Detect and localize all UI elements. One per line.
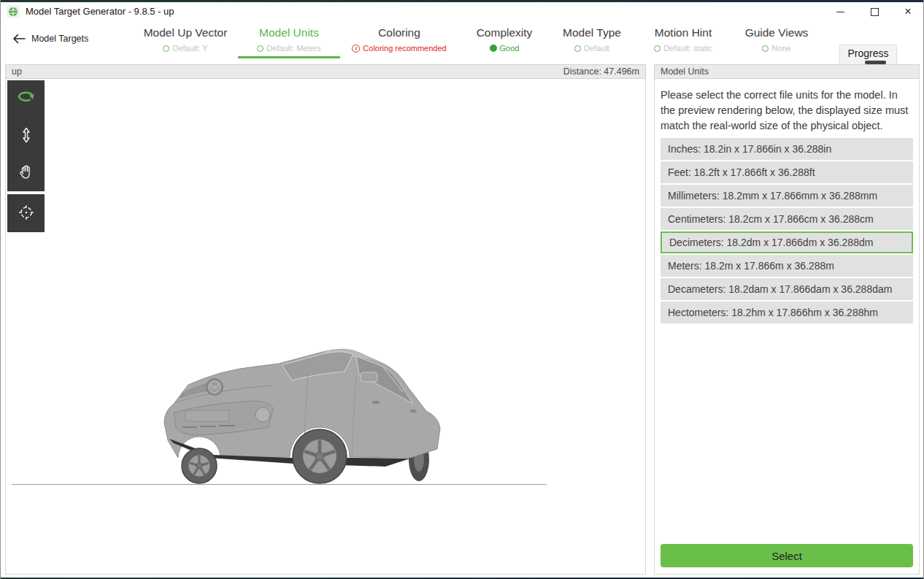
radio-circle-icon	[163, 45, 169, 52]
tab-status-text: Coloring recommended	[363, 44, 446, 53]
distance-label: Distance: 47.496m	[563, 66, 639, 77]
unit-option-meters[interactable]: Meters: 18.2m x 17.866m x 36.288m	[661, 255, 913, 277]
tab-model-up-vector[interactable]: Model Up VectorDefault: Y	[131, 23, 240, 58]
viewport-title: up	[12, 66, 22, 77]
radio-circle-icon	[654, 45, 661, 52]
nav-tabs: Model Up VectorDefault: YModel UnitsDefa…	[1, 21, 923, 58]
radio-circle-icon	[574, 45, 581, 52]
unit-option-decimeters[interactable]: Decimeters: 18.2dm x 17.866dm x 36.288dm	[661, 231, 913, 253]
minimize-icon	[836, 12, 844, 12]
tab-status-text: Default: Y	[172, 44, 207, 53]
radio-circle-icon	[257, 45, 263, 52]
unit-option-feet[interactable]: Feet: 18.2ft x 17.866ft x 36.288ft	[661, 161, 913, 183]
unit-option-millimeters[interactable]: Millimeters: 18.2mm x 17.866mm x 36.288m…	[661, 185, 913, 207]
tab-status: Default: Meters	[234, 44, 344, 53]
close-button[interactable]: ×	[897, 2, 919, 21]
tab-status: None	[722, 44, 831, 53]
window-title: Model Target Generator - 9.8.5 - up	[26, 2, 174, 21]
unit-option-hectometers[interactable]: Hectometers: 18.2hm x 17.866hm x 36.288h…	[661, 302, 913, 323]
pan-icon	[17, 163, 35, 183]
app-window: Model Target Generator - 9.8.5 - up × Mo…	[0, 0, 924, 579]
progress-label: Progress	[840, 47, 896, 59]
panel-title: Model Units	[661, 66, 709, 77]
rotate-tool-button[interactable]	[7, 80, 45, 118]
rotate-icon	[16, 88, 36, 110]
viewport-header: up Distance: 47.496m	[5, 64, 646, 79]
close-icon: ×	[904, 6, 911, 18]
pan-tool-button[interactable]	[7, 154, 45, 191]
radio-circle-icon	[762, 45, 769, 52]
car-model-illustration	[162, 347, 441, 486]
focus-icon	[17, 203, 36, 224]
tab-status-text: None	[771, 44, 790, 53]
zoom-vertical-icon	[18, 126, 35, 146]
model-canvas[interactable]	[5, 79, 646, 575]
select-button[interactable]: Select	[661, 544, 913, 567]
unit-option-centimeters[interactable]: Centimeters: 18.2cm x 17.866cm x 36.288c…	[661, 208, 913, 230]
tab-status: Default: Y	[131, 44, 240, 53]
tab-guide-views[interactable]: Guide ViewsNone	[722, 23, 831, 58]
title-bar[interactable]: Model Target Generator - 9.8.5 - up ×	[1, 2, 923, 21]
tab-label: Model Units	[234, 26, 344, 39]
focus-tool-button[interactable]	[7, 194, 45, 232]
tab-status: iColoring recommended	[344, 44, 454, 53]
nav-bar: Model Targets Model Up VectorDefault: YM…	[1, 21, 923, 58]
tab-status-text: Good	[500, 44, 520, 53]
maximize-icon	[871, 8, 879, 16]
viewport-toolbar-group-2	[7, 194, 45, 232]
panel-header: Model Units	[654, 64, 920, 79]
info-icon: i	[352, 45, 360, 53]
viewport-toolbar-group-1	[7, 80, 45, 191]
tab-label: Guide Views	[722, 26, 831, 39]
status-dot-icon	[490, 45, 497, 52]
tab-label: Model Up Vector	[131, 26, 240, 39]
tab-status-text: Default: static	[663, 44, 712, 53]
tab-model-units[interactable]: Model UnitsDefault: Meters	[234, 23, 344, 58]
panel-description: Please select the correct file units for…	[661, 88, 915, 134]
tab-status-text: Default: Meters	[266, 44, 321, 53]
tab-status-text: Default	[584, 44, 609, 53]
tab-coloring[interactable]: ColoringiColoring recommended	[344, 23, 454, 58]
minimize-button[interactable]	[829, 2, 851, 21]
tab-label: Coloring	[344, 26, 454, 39]
unit-options-list: Inches: 18.2in x 17.866in x 36.288inFeet…	[661, 138, 913, 325]
app-icon	[7, 5, 20, 18]
maximize-button[interactable]	[863, 2, 885, 21]
zoom-vertical-tool-button[interactable]	[7, 118, 45, 155]
unit-option-decameters[interactable]: Decameters: 18.2dam x 17.866dam x 36.288…	[661, 278, 913, 300]
unit-option-inches[interactable]: Inches: 18.2in x 17.866in x 36.288in	[661, 138, 913, 160]
